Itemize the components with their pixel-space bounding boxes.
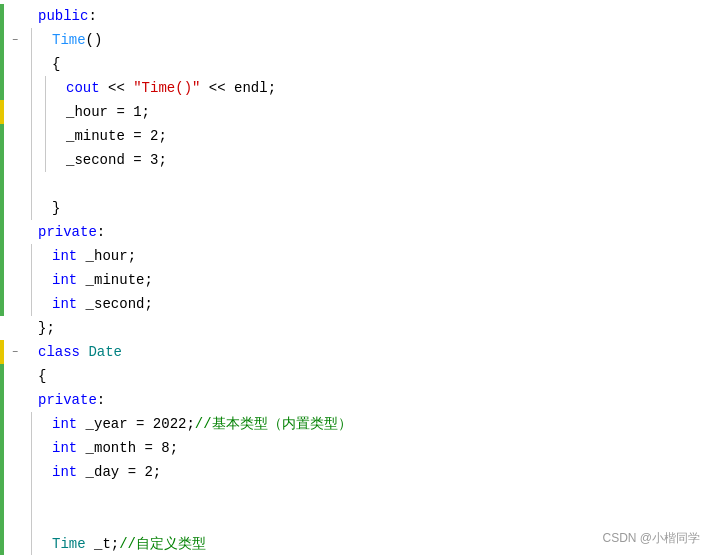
watermark: CSDN @小楷同学 (602, 530, 700, 547)
line (0, 484, 712, 508)
code-token: public (38, 8, 88, 24)
code-token: int (52, 248, 77, 264)
line: −class Date (0, 340, 712, 364)
line: public: (0, 4, 712, 28)
accent-bar (0, 340, 4, 364)
fold-gutter: − (6, 347, 24, 358)
code-token: _second (66, 152, 125, 168)
code-token: { (38, 368, 46, 384)
code-token: private (38, 224, 97, 240)
code-token: _day = 2; (77, 464, 161, 480)
code-token: = 1; (108, 104, 150, 120)
code-token: int (52, 416, 77, 432)
accent-bar (0, 28, 4, 52)
code-token: "Time()" (133, 80, 200, 96)
code-token: } (52, 200, 60, 216)
accent-bar (0, 436, 4, 460)
accent-bar (0, 364, 4, 388)
accent-bar (0, 196, 4, 220)
accent-bar (0, 532, 4, 555)
code-token: : (97, 392, 105, 408)
code-token: _minute (66, 128, 125, 144)
line: }; (0, 316, 712, 340)
code-token: }; (38, 320, 55, 336)
code-token: _hour (66, 104, 108, 120)
code-editor: public:−Time(){cout << "Time()" << endl;… (0, 0, 712, 555)
accent-bar (0, 412, 4, 436)
accent-bar (0, 292, 4, 316)
line: { (0, 52, 712, 76)
accent-bar (0, 124, 4, 148)
fold-icon[interactable]: − (12, 347, 18, 358)
accent-bar (0, 52, 4, 76)
code-token: () (86, 32, 103, 48)
code-token: //基本类型（内置类型） (195, 415, 352, 433)
line: int _minute; (0, 268, 712, 292)
code-token: = 3; (125, 152, 167, 168)
line: int _month = 8; (0, 436, 712, 460)
code-token: int (52, 464, 77, 480)
line: int _hour; (0, 244, 712, 268)
line: { (0, 364, 712, 388)
accent-bar (0, 148, 4, 172)
code-token: Time (52, 536, 86, 552)
code-token: class (38, 344, 80, 360)
fold-icon[interactable]: − (12, 35, 18, 46)
accent-bar (0, 388, 4, 412)
accent-bar (0, 508, 4, 532)
code-token: Date (80, 344, 122, 360)
code-token: { (52, 56, 60, 72)
code-token: << (100, 80, 134, 96)
code-token: private (38, 392, 97, 408)
code-token: _t; (86, 536, 120, 552)
line: cout << "Time()" << endl; (0, 76, 712, 100)
accent-bar (0, 484, 4, 508)
code-token: : (97, 224, 105, 240)
line: private: (0, 220, 712, 244)
code-token: int (52, 440, 77, 456)
line: int _year = 2022;//基本类型（内置类型） (0, 412, 712, 436)
accent-bar (0, 4, 4, 28)
code-token: : (88, 8, 96, 24)
accent-bar (0, 220, 4, 244)
line: private: (0, 388, 712, 412)
code-token: cout (66, 80, 100, 96)
code-token: _hour; (77, 248, 136, 264)
code-token: //自定义类型 (119, 535, 206, 553)
code-token: Time (52, 32, 86, 48)
code-token: << endl; (200, 80, 276, 96)
line (0, 172, 712, 196)
code-token: int (52, 272, 77, 288)
line: _minute = 2; (0, 124, 712, 148)
line (0, 508, 712, 532)
line: int _second; (0, 292, 712, 316)
line: _hour = 1; (0, 100, 712, 124)
code-area: public:−Time(){cout << "Time()" << endl;… (0, 0, 712, 555)
code-token: int (52, 296, 77, 312)
line: } (0, 196, 712, 220)
code-token: _month = 8; (77, 440, 178, 456)
code-token: _minute; (77, 272, 153, 288)
accent-bar (0, 268, 4, 292)
code-token: _second; (77, 296, 153, 312)
accent-bar (0, 244, 4, 268)
accent-bar (0, 100, 4, 124)
accent-bar (0, 76, 4, 100)
line: int _day = 2; (0, 460, 712, 484)
accent-bar (0, 172, 4, 196)
accent-bar (0, 316, 4, 340)
code-token: = 2; (125, 128, 167, 144)
line: _second = 3; (0, 148, 712, 172)
code-token: _year = 2022; (77, 416, 195, 432)
accent-bar (0, 460, 4, 484)
line: −Time() (0, 28, 712, 52)
fold-gutter: − (6, 35, 24, 46)
